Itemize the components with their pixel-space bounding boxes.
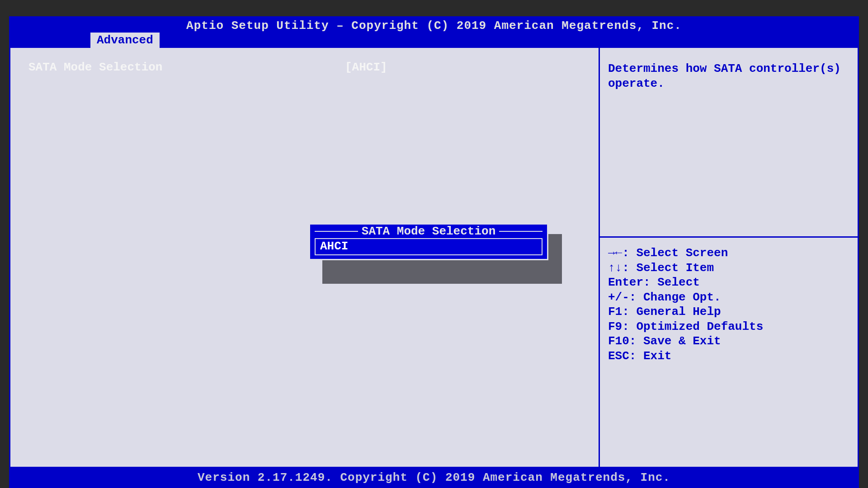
popup-title-row: SATA Mode Selection [310, 225, 547, 238]
popup-sata-mode: SATA Mode Selection AHCI [309, 223, 548, 260]
help-key-esc: ESC: Exit [608, 349, 849, 364]
popup-title-line-left [315, 231, 358, 232]
footer-bar: Version 2.17.1249. Copyright (C) 2019 Am… [9, 468, 859, 488]
header-bar: Aptio Setup Utility – Copyright (C) 2019… [9, 16, 859, 48]
right-panel: Determines how SATA controller(s) operat… [600, 48, 858, 467]
help-key-f9: F9: Optimized Defaults [608, 319, 849, 334]
popup-option-ahci[interactable]: AHCI [315, 238, 542, 255]
popup-options: AHCI [310, 238, 547, 255]
popup-title-line-right [499, 231, 542, 232]
header-title: Aptio Setup Utility – Copyright (C) 2019… [9, 16, 859, 33]
main-panel: SATA Mode Selection [AHCI] SATA Mode Sel… [10, 48, 600, 467]
help-key-f1: F1: General Help [608, 305, 849, 319]
body-frame: SATA Mode Selection [AHCI] SATA Mode Sel… [9, 48, 859, 468]
setting-label: SATA Mode Selection [28, 61, 345, 74]
help-description: Determines how SATA controller(s) operat… [600, 48, 858, 238]
setting-value: [AHCI] [345, 61, 387, 74]
help-key-change: +/-: Change Opt. [608, 290, 849, 305]
help-keys: →←: Select Screen ↑↓: Select Item Enter:… [600, 238, 858, 371]
setting-row-sata-mode[interactable]: SATA Mode Selection [AHCI] [28, 61, 580, 74]
tab-advanced[interactable]: Advanced [90, 33, 160, 48]
popup-title: SATA Mode Selection [362, 225, 495, 238]
help-key-select-screen: →←: Select Screen [608, 246, 849, 261]
help-key-select-item: ↑↓: Select Item [608, 261, 849, 276]
help-key-enter: Enter: Select [608, 275, 849, 290]
help-key-f10: F10: Save & Exit [608, 334, 849, 349]
bios-window: Aptio Setup Utility – Copyright (C) 2019… [9, 16, 859, 488]
